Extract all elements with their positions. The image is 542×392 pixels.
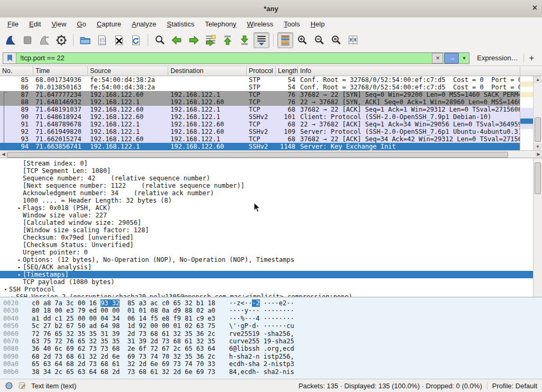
packet-cell-length[interactable]: 68 (276, 135, 298, 143)
column-header-source[interactable]: Source (88, 66, 168, 76)
collapsed-arrow-icon[interactable]: ▸ (16, 256, 23, 263)
display-filter-field[interactable]: !tcp.port == 22 × → ▼ (3, 52, 469, 64)
packet-cell-protocol[interactable]: TCP (247, 98, 276, 106)
hex-row-0050[interactable]: 00505c 27 b2 67 50 ad 64 98 1d 92 00 00 … (0, 322, 542, 330)
filter-apply-button[interactable]: → (444, 53, 459, 63)
hex-bytes[interactable]: 38 34 2c 65 63 64 68 2d 73 68 61 32 2d 6… (32, 368, 215, 376)
hex-ascii[interactable]: 6@libssh .org,ecd (229, 345, 294, 352)
packet-list-hscrollbar[interactable]: ◀ ▶ (0, 150, 542, 158)
packet-row-91[interactable]: 9171.648789678192.168.122.1192.168.122.6… (0, 121, 520, 128)
packet-cell-protocol[interactable]: TCP (247, 91, 276, 98)
packet-cell-protocol[interactable]: SSHv2 (247, 128, 276, 135)
packet-cell-time[interactable]: 68.001734936 (33, 76, 88, 84)
packet-cell-source[interactable]: 192.168.122.60 (88, 113, 168, 121)
packet-cell-length[interactable]: 68 (276, 106, 298, 113)
detail-line[interactable]: [Window size scaling factor: 128] (0, 226, 542, 234)
filter-history-dropdown[interactable]: ▼ (459, 56, 469, 61)
detail-line[interactable]: ▸Flags: 0x018 (PSH, ACK) (0, 204, 542, 212)
scrollbar-thumb[interactable] (535, 117, 541, 142)
packet-cell-source[interactable]: fe:54:00:d4:38:2a (88, 84, 168, 91)
packet-cell-length[interactable]: 76 (276, 91, 298, 98)
packet-cell-length[interactable]: 54 (276, 76, 298, 84)
close-capture-file-button[interactable] (111, 32, 127, 48)
go-last-packet-button[interactable] (237, 32, 252, 48)
column-header-no[interactable]: No. (0, 66, 33, 76)
packet-row-86[interactable]: 8670.013850163fe:54:00:d4:38:2aSTP54Conf… (0, 84, 520, 91)
collapsed-arrow-icon[interactable]: ▸ (16, 263, 23, 271)
menu-statistics[interactable]: Statistics (161, 19, 200, 30)
packet-cell-info[interactable]: Conf. Root = 32768/0/52:54:00:ef:c7:d5 C… (298, 76, 520, 84)
detail-line[interactable]: [Checksum Status: Unverified] (0, 241, 542, 249)
detail-line[interactable]: 1000 .... = Header Length: 32 bytes (8) (0, 197, 542, 204)
packet-cell-info[interactable]: Server: Key Exchange Init (298, 143, 520, 150)
packet-cell-info[interactable]: 22 → 37682 [SYN, ACK] Seq=0 Ack=1 Win=28… (298, 98, 520, 106)
menu-wireless[interactable]: Wireless (242, 19, 279, 30)
display-filter-input[interactable]: !tcp.port == 22 (16, 54, 432, 62)
hex-ascii[interactable]: 84,ecdh- sha2-nis (229, 368, 294, 376)
packet-cell-no[interactable]: 86 (0, 84, 33, 91)
hex-row-0030[interactable]: 003080 18 00 e3 79 ed 00 00 01 01 08 0a … (0, 307, 542, 314)
packet-cell-length[interactable]: 1148 (276, 143, 298, 150)
packet-cell-protocol[interactable]: TCP (247, 106, 276, 113)
filter-add-button[interactable]: + (524, 53, 539, 63)
packet-cell-info[interactable]: Server: Protocol (SSH-2.0-OpenSSH_7.6p1 … (298, 128, 520, 135)
pane-splitter-handle[interactable]: ····· (258, 293, 284, 297)
expert-info-icon[interactable] (5, 381, 13, 390)
hex-row-0070[interactable]: 007063 75 72 76 65 32 35 35 31 39 2d 73 … (0, 338, 542, 345)
packet-cell-time[interactable]: 70.013850163 (33, 84, 88, 91)
go-to-packet-button[interactable] (203, 32, 219, 48)
packet-cell-length[interactable]: 68 (276, 121, 298, 128)
packet-cell-destination[interactable]: 192.168.122.60 (168, 143, 247, 150)
packet-cell-protocol[interactable]: STP (247, 84, 276, 91)
reload-capture-file-button[interactable] (128, 32, 144, 48)
detail-line[interactable]: ▸[Timestamps] (0, 271, 542, 278)
packet-cell-protocol[interactable]: TCP (247, 135, 276, 143)
detail-line[interactable]: Acknowledgment number: 34 (relative ack … (0, 189, 542, 197)
hex-row-0090[interactable]: 009068 2d 73 68 61 32 2d 6e 69 73 74 70 … (0, 353, 542, 360)
capture-comment-icon[interactable] (18, 381, 26, 390)
packet-cell-time[interactable]: 71.647777234 (33, 91, 88, 98)
packet-cell-info[interactable]: 37682 → 22 [SYN] Seq=0 Win=29200 Len=0 M… (298, 91, 520, 98)
packet-cell-time[interactable]: 71.648146932 (33, 98, 88, 106)
hex-row-0060[interactable]: 006072 76 65 32 35 35 31 39 2d 73 68 61 … (0, 330, 542, 338)
packet-cell-destination[interactable]: 192.168.122.1 (168, 135, 247, 143)
packet-row-92[interactable]: 9271.661949820192.168.122.1192.168.122.6… (0, 128, 520, 135)
hex-bytes[interactable]: 63 75 72 76 65 32 35 35 31 39 2d 73 68 6… (32, 338, 215, 345)
intelligent-scrollbar-minimap[interactable] (520, 76, 533, 150)
hex-ascii[interactable]: ··z<···2 ····e2·· (229, 299, 294, 307)
hex-bytes[interactable]: c0 a8 7a 3c 00 16 93 32 85 a3 ac c0 65 3… (32, 299, 215, 307)
packet-cell-destination[interactable]: 192.168.122.1 (168, 113, 247, 121)
packet-cell-source[interactable]: 192.168.122.1 (88, 98, 168, 106)
collapsed-arrow-icon[interactable]: ▸ (16, 204, 23, 212)
packet-cell-length[interactable]: 101 (276, 113, 298, 121)
filter-clear-button[interactable]: × (432, 53, 443, 63)
hex-ascii[interactable]: h-sha2-n istp256, (229, 353, 294, 360)
packet-cell-info[interactable]: Conf. Root = 32768/0/52:54:00:ef:c7:d5 C… (298, 84, 520, 91)
scroll-right-icon[interactable]: ▶ (535, 151, 542, 157)
packet-cell-destination[interactable] (168, 84, 247, 91)
detail-line[interactable]: ▸Options: (12 bytes), No-Operation (NOP)… (0, 256, 542, 263)
zoom-in-button[interactable] (294, 32, 310, 48)
hex-bytes[interactable]: 65 63 64 68 2d 73 68 61 32 2d 6e 69 73 7… (32, 360, 215, 368)
packet-cell-destination[interactable]: 192.168.122.60 (168, 121, 247, 128)
packet-cell-length[interactable]: 76 (276, 98, 298, 106)
hex-ascii[interactable]: \'·gP·d· ······cu (229, 322, 294, 330)
hex-bytes[interactable]: a1 dd c1 25 00 00 04 34 06 14 f5 e8 f9 8… (32, 315, 215, 322)
packet-cell-destination[interactable]: 192.168.122.60 (168, 98, 247, 106)
find-packet-button[interactable] (152, 32, 168, 48)
stop-capture-button[interactable] (20, 32, 35, 48)
packet-row-90[interactable]: 9071.648618924192.168.122.60192.168.122.… (0, 113, 520, 121)
detail-line[interactable]: Checksum: 0x79ed [unverified] (0, 234, 542, 241)
packet-cell-source[interactable]: fe:54:00:d4:38:2a (88, 76, 168, 84)
packet-cell-time[interactable]: 71.663856741 (33, 143, 88, 150)
menu-capture[interactable]: Capture (92, 19, 127, 30)
packet-row-93[interactable]: 9371.662015274192.168.122.60192.168.122.… (0, 135, 520, 143)
hex-row-0040[interactable]: 0040a1 dd c1 25 00 00 04 34 06 14 f5 e8 … (0, 315, 542, 322)
scroll-down-icon[interactable]: ▼ (534, 143, 542, 150)
zoom-original-button[interactable] (328, 32, 344, 48)
hex-ascii[interactable]: rve25519 -sha256, (229, 330, 294, 338)
details-vscrollbar[interactable] (533, 158, 542, 297)
detail-line[interactable]: TCP payload (1080 bytes) (0, 278, 542, 286)
scroll-left-icon[interactable]: ◀ (0, 151, 7, 157)
menu-analyze[interactable]: Analyze (127, 19, 161, 30)
